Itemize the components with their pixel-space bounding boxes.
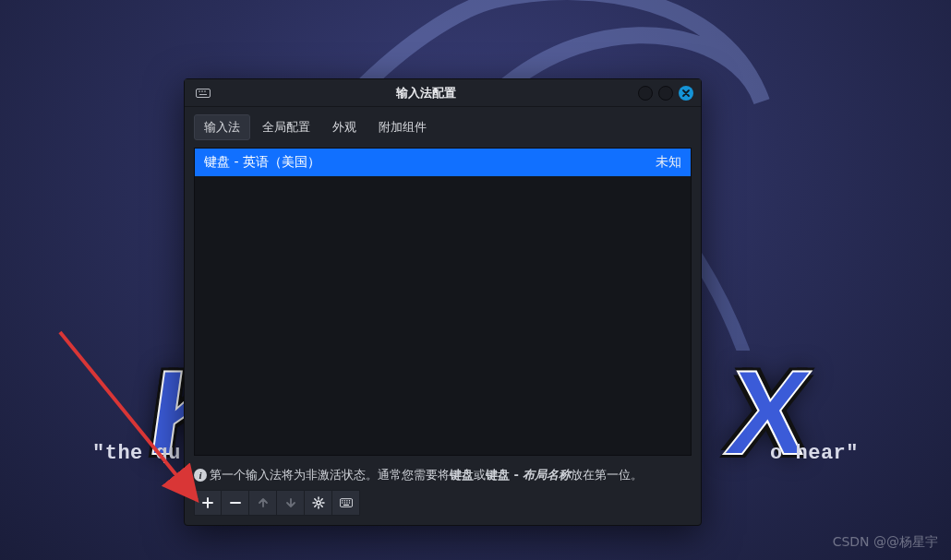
- svg-rect-1: [197, 89, 211, 97]
- tab-input-method[interactable]: 输入法: [194, 114, 250, 140]
- keyboard-button[interactable]: [332, 490, 360, 516]
- svg-line-0: [60, 332, 197, 500]
- list-item[interactable]: 键盘 - 英语（美国） 未知: [195, 149, 691, 176]
- svg-point-10: [346, 500, 347, 501]
- settings-button[interactable]: [305, 490, 332, 516]
- svg-rect-16: [343, 505, 348, 506]
- ime-config-window: 输入法配置 输入法 全局配置 外观 附加组件 键盘 - 英语（美国） 未知 i …: [184, 78, 702, 526]
- titlebar[interactable]: 输入法配置: [185, 79, 701, 107]
- window-icon: [192, 89, 214, 98]
- move-down-button[interactable]: [277, 490, 305, 516]
- logo-letter-x: X: [719, 352, 809, 472]
- svg-point-14: [346, 502, 347, 503]
- svg-point-15: [348, 502, 349, 503]
- input-method-list[interactable]: 键盘 - 英语（美国） 未知: [194, 148, 692, 456]
- svg-point-12: [341, 502, 342, 503]
- svg-point-8: [341, 500, 342, 501]
- remove-button[interactable]: [222, 490, 249, 516]
- move-up-button[interactable]: [249, 490, 277, 516]
- watermark: CSDN @@杨星宇: [833, 534, 938, 551]
- tab-appearance[interactable]: 外观: [322, 114, 367, 140]
- svg-point-13: [343, 502, 344, 503]
- svg-point-11: [348, 500, 349, 501]
- list-item-name: 键盘 - 英语（美国）: [204, 154, 320, 171]
- tab-global-config[interactable]: 全局配置: [252, 114, 320, 140]
- keyboard-icon: [340, 496, 353, 509]
- list-item-status: 未知: [656, 154, 681, 171]
- svg-point-9: [343, 500, 344, 501]
- svg-point-6: [317, 501, 320, 505]
- bottom-toolbar: [185, 487, 701, 525]
- minus-icon: [229, 496, 242, 509]
- plus-icon: [201, 496, 214, 509]
- add-button[interactable]: [194, 490, 222, 516]
- arrow-up-icon: [257, 496, 270, 509]
- gear-icon: [312, 496, 325, 509]
- tab-addons[interactable]: 附加组件: [368, 114, 437, 140]
- tabbar: 输入法 全局配置 外观 附加组件: [185, 107, 701, 146]
- info-icon: i: [194, 469, 207, 482]
- arrow-down-icon: [284, 496, 297, 509]
- minimize-button[interactable]: [638, 86, 653, 101]
- maximize-button[interactable]: [658, 86, 673, 101]
- window-title: 输入法配置: [214, 85, 638, 101]
- close-button[interactable]: [679, 86, 693, 101]
- hint-text: i 第一个输入法将为非激活状态。通常您需要将键盘或键盘 - 布局名称放在第一位。: [185, 461, 701, 487]
